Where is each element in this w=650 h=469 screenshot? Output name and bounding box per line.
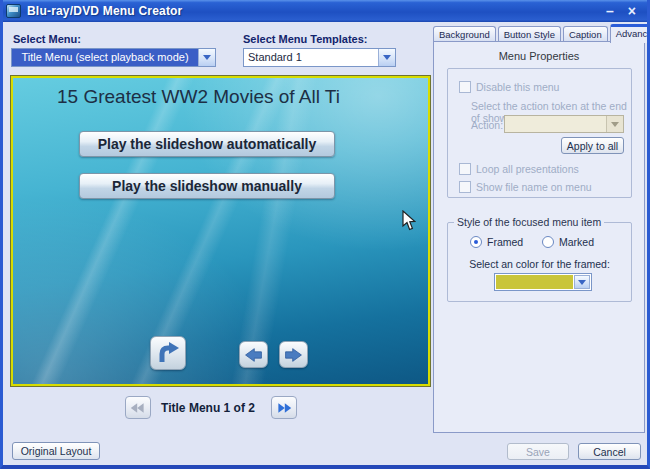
action-value: [505, 116, 606, 132]
show-filename-checkbox[interactable]: Show file name on menu: [459, 181, 592, 193]
radio-selected-icon[interactable]: [470, 236, 482, 248]
left-arrow-icon: [244, 347, 263, 363]
menu-title-text[interactable]: 15 Greatest WW2 Movies of All Ti: [57, 86, 340, 108]
checkbox-icon[interactable]: [459, 163, 471, 175]
checkbox-icon[interactable]: [459, 81, 471, 93]
save-button[interactable]: Save: [507, 443, 569, 460]
window-title: Blu-ray/DVD Menu Creator: [27, 4, 183, 18]
action-label: Action:: [471, 119, 503, 131]
marked-radio[interactable]: Marked: [542, 236, 594, 248]
frame-color-label: Select an color for the framed:: [448, 258, 631, 270]
select-templates-dropdown[interactable]: Standard 1: [243, 48, 396, 67]
double-right-arrow-icon: [276, 402, 292, 414]
close-icon[interactable]: ×: [628, 4, 636, 18]
focused-style-group-title: Style of the focused menu item: [454, 216, 604, 228]
first-menu-button[interactable]: [125, 396, 151, 419]
right-arrow-icon: [284, 347, 303, 363]
menu-button-manual[interactable]: Play the slideshow manually: [79, 173, 335, 199]
chevron-down-icon: [606, 116, 623, 132]
select-menu-value: Title Menu (select playback mode): [12, 49, 198, 66]
show-filename-label: Show file name on menu: [476, 181, 592, 193]
menu-return-button[interactable]: [150, 336, 186, 370]
tab-advanced[interactable]: Advanced: [610, 24, 650, 43]
chevron-down-icon[interactable]: [198, 49, 215, 66]
menu-properties-groupbox: Disable this menu Select the action toke…: [447, 68, 632, 198]
radio-icon[interactable]: [542, 236, 554, 248]
checkbox-icon[interactable]: [459, 181, 471, 193]
disable-menu-checkbox[interactable]: Disable this menu: [459, 81, 559, 93]
menu-prev-button[interactable]: [239, 341, 268, 368]
select-templates-value: Standard 1: [244, 49, 378, 66]
menu-button-auto[interactable]: Play the slideshow automatically: [79, 131, 335, 157]
chevron-down-icon[interactable]: [574, 275, 590, 289]
app-window: Blu-ray/DVD Menu Creator – × Select Menu…: [0, 0, 650, 469]
loop-presentations-checkbox[interactable]: Loop all presentations: [459, 163, 579, 175]
menu-preview[interactable]: 15 Greatest WW2 Movies of All Ti Play th…: [11, 76, 430, 386]
frame-color-dropdown[interactable]: [494, 273, 592, 291]
double-left-arrow-icon: [130, 402, 146, 414]
minimize-icon[interactable]: –: [606, 4, 614, 18]
disable-menu-label: Disable this menu: [476, 81, 559, 93]
marked-radio-label: Marked: [559, 236, 594, 248]
chevron-down-icon[interactable]: [378, 49, 395, 66]
focused-style-groupbox: Style of the focused menu item Framed Ma…: [447, 222, 632, 302]
framed-radio-label: Framed: [487, 236, 523, 248]
menu-next-button[interactable]: [279, 341, 308, 368]
cancel-button[interactable]: Cancel: [578, 443, 641, 460]
loop-presentations-label: Loop all presentations: [476, 163, 579, 175]
apply-to-all-button[interactable]: Apply to all: [561, 137, 624, 154]
original-layout-button[interactable]: Original Layout: [12, 442, 100, 460]
titlebar: Blu-ray/DVD Menu Creator – ×: [0, 0, 650, 22]
pager-label: Title Menu 1 of 2: [158, 401, 258, 415]
next-menu-button[interactable]: [271, 396, 297, 419]
select-menu-label: Select Menu:: [13, 33, 81, 45]
select-templates-label: Select Menu Templates:: [243, 33, 368, 45]
panel-title: Menu Properties: [434, 50, 644, 62]
advanced-tab-panel: Menu Properties Disable this menu Select…: [433, 41, 645, 433]
mouse-pointer-icon: [402, 210, 416, 231]
u-turn-right-arrow-icon: [156, 341, 180, 365]
framed-radio[interactable]: Framed: [470, 236, 523, 248]
app-icon: [6, 4, 21, 18]
action-dropdown[interactable]: [504, 115, 624, 133]
color-swatch: [496, 275, 573, 289]
select-menu-dropdown[interactable]: Title Menu (select playback mode): [11, 48, 216, 67]
